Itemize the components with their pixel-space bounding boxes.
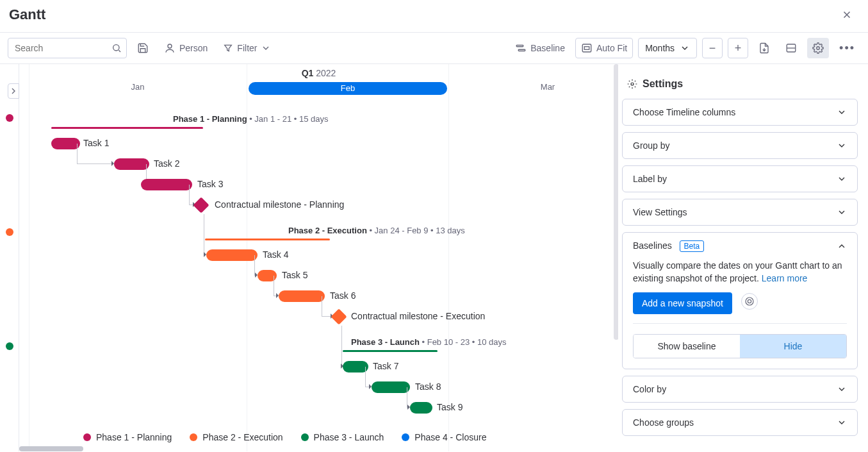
milestone-label: Contractual milestone - Execution bbox=[351, 311, 485, 321]
svg-point-10 bbox=[746, 297, 753, 305]
toolbar: Person Filter Baseline Auto Fit Months −… bbox=[0, 33, 868, 64]
svg-rect-3 bbox=[518, 49, 525, 51]
filter-button[interactable]: Filter bbox=[218, 38, 276, 58]
autofit-button[interactable]: Auto Fit bbox=[575, 38, 633, 58]
month-label: Mar bbox=[448, 82, 618, 92]
task-label: Task 2 bbox=[154, 158, 179, 169]
legend-color-icon bbox=[402, 433, 409, 441]
milestone-diamond[interactable] bbox=[331, 308, 347, 324]
close-button[interactable] bbox=[839, 6, 855, 23]
acc-view-settings[interactable]: View Settings bbox=[623, 199, 857, 225]
baseline-button[interactable]: Baseline bbox=[510, 38, 570, 58]
export-button[interactable] bbox=[753, 38, 775, 58]
chevron-down-icon bbox=[680, 43, 690, 53]
beta-badge: Beta bbox=[680, 240, 705, 252]
baseline-label: Baseline bbox=[530, 43, 565, 53]
phase-label: Phase 2 - Execution • Jan 24 - Feb 9 • 1… bbox=[288, 226, 465, 235]
dependency-connector bbox=[77, 144, 113, 164]
task-label: Task 6 bbox=[330, 290, 356, 301]
split-view-button[interactable] bbox=[780, 38, 802, 58]
task-label: Task 9 bbox=[437, 402, 463, 412]
task-bar[interactable] bbox=[279, 290, 325, 302]
save-button[interactable] bbox=[132, 38, 154, 58]
legend-color-icon bbox=[83, 433, 91, 441]
show-baseline-button[interactable]: Show baseline bbox=[634, 335, 740, 358]
chevron-down-icon bbox=[837, 140, 847, 151]
search-input[interactable] bbox=[8, 38, 127, 58]
settings-title: Settings bbox=[643, 78, 683, 90]
quarter-year: 2022 bbox=[313, 68, 336, 78]
learn-more-link[interactable]: Learn more bbox=[762, 273, 808, 283]
timeline-header: Q1 2022 JanFebMar bbox=[19, 64, 618, 101]
milestone-label: Contractual milestone - Planning bbox=[215, 199, 344, 210]
phase-summary-bar[interactable] bbox=[51, 127, 203, 129]
svg-rect-5 bbox=[584, 47, 589, 50]
hide-baseline-button[interactable]: Hide bbox=[740, 335, 846, 358]
task-label: Task 3 bbox=[197, 179, 223, 189]
month-label: Jan bbox=[38, 82, 237, 92]
task-bar[interactable] bbox=[343, 361, 368, 372]
task-bar[interactable] bbox=[51, 138, 80, 149]
acc-choose-groups[interactable]: Choose groups bbox=[623, 410, 857, 435]
more-button[interactable]: ••• bbox=[834, 38, 860, 58]
dependency-connector bbox=[204, 214, 205, 255]
phase-indicator-dot bbox=[6, 228, 13, 236]
chevron-down-icon bbox=[837, 384, 847, 394]
phase-summary-bar[interactable] bbox=[205, 239, 330, 240]
legend-label: Phase 4 - Closure bbox=[414, 432, 486, 442]
chevron-down-icon bbox=[837, 174, 847, 184]
dependency-connector bbox=[407, 387, 409, 408]
legend-item[interactable]: Phase 2 - Execution bbox=[190, 432, 283, 442]
acc-timeline-columns[interactable]: Choose Timeline columns bbox=[623, 99, 857, 125]
dependency-connector bbox=[189, 185, 194, 205]
task-bar[interactable] bbox=[114, 158, 149, 170]
phase-summary-bar[interactable] bbox=[343, 350, 438, 352]
horizontal-scrollbar[interactable] bbox=[19, 446, 83, 451]
baseline-toggle: Show baseline Hide bbox=[633, 334, 847, 358]
person-label: Person bbox=[179, 43, 208, 53]
dependency-connector bbox=[341, 326, 342, 367]
legend-item[interactable]: Phase 1 - Planning bbox=[83, 432, 172, 442]
legend-label: Phase 1 - Planning bbox=[96, 432, 172, 442]
dependency-connector bbox=[365, 367, 370, 387]
settings-panel: Settings Choose Timeline columns Group b… bbox=[618, 64, 868, 451]
milestone-diamond[interactable] bbox=[193, 197, 209, 213]
add-snapshot-button[interactable]: Add a new snapshot bbox=[633, 292, 732, 314]
gear-icon bbox=[627, 79, 637, 89]
acc-baselines[interactable]: Baselines Beta bbox=[623, 233, 857, 260]
svg-point-7 bbox=[817, 47, 820, 50]
task-bar[interactable] bbox=[372, 381, 410, 393]
timescale-select[interactable]: Months bbox=[638, 38, 697, 58]
page-title: Gantt bbox=[9, 6, 45, 23]
chevron-down-icon bbox=[261, 43, 271, 53]
autofit-label: Auto Fit bbox=[596, 43, 627, 53]
legend-item[interactable]: Phase 3 - Launch bbox=[301, 432, 384, 442]
acc-label-by[interactable]: Label by bbox=[623, 166, 857, 192]
legend: Phase 1 - PlanningPhase 2 - ExecutionPha… bbox=[83, 423, 618, 451]
phase-indicator-dot bbox=[6, 114, 13, 122]
left-gutter bbox=[0, 64, 19, 451]
svg-point-9 bbox=[748, 300, 751, 303]
zoom-in-button[interactable]: + bbox=[728, 38, 748, 58]
chevron-down-icon bbox=[837, 207, 847, 217]
svg-rect-2 bbox=[516, 46, 523, 47]
task-bar[interactable] bbox=[410, 402, 432, 414]
acc-group-by[interactable]: Group by bbox=[623, 133, 857, 158]
task-bar[interactable] bbox=[141, 179, 192, 190]
zoom-out-button[interactable]: − bbox=[702, 38, 723, 58]
timescale-value: Months bbox=[645, 43, 675, 53]
phase-label: Phase 1 - Planning • Jan 1 - 21 • 15 day… bbox=[173, 114, 329, 124]
person-filter[interactable]: Person bbox=[159, 38, 213, 58]
legend-label: Phase 2 - Execution bbox=[202, 432, 283, 442]
acc-color-by[interactable]: Color by bbox=[623, 376, 857, 402]
legend-item[interactable]: Phase 4 - Closure bbox=[402, 432, 486, 442]
task-bar[interactable] bbox=[206, 249, 258, 261]
svg-rect-4 bbox=[582, 44, 591, 52]
snapshot-info-icon[interactable] bbox=[741, 293, 758, 310]
settings-button[interactable] bbox=[807, 38, 829, 58]
expand-sidebar-button[interactable] bbox=[8, 83, 19, 99]
dependency-connector bbox=[322, 296, 332, 317]
vertical-scrollbar[interactable] bbox=[614, 64, 618, 340]
gantt-chart[interactable]: Q1 2022 JanFebMar Phase 1 - Planning • J… bbox=[19, 64, 618, 451]
chevron-down-icon bbox=[837, 107, 847, 117]
